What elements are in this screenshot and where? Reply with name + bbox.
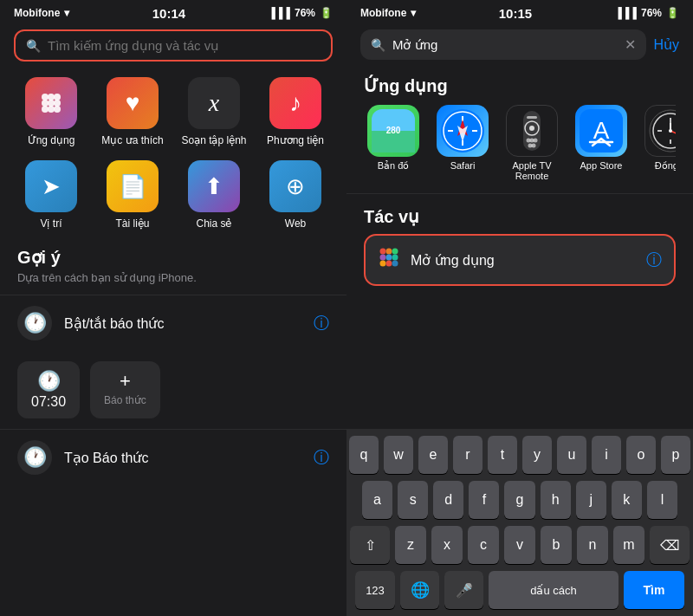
svg-point-51 xyxy=(380,261,386,267)
svg-point-47 xyxy=(392,249,398,255)
suggestion-create-alarm[interactable]: 🕐 Tạo Báo thức ⓘ xyxy=(0,429,346,485)
cancel-search-button[interactable]: Hủy xyxy=(653,36,679,53)
shortcut-apps[interactable]: Ứng dụng xyxy=(17,77,85,146)
shortcut-documents[interactable]: 📄 Tài liệu xyxy=(99,160,166,230)
svg-point-53 xyxy=(392,261,398,267)
key-globe[interactable]: 🌐 xyxy=(400,571,439,609)
key-d[interactable]: d xyxy=(433,481,463,519)
key-f[interactable]: f xyxy=(469,481,499,519)
media-icon: ♪ xyxy=(269,77,321,129)
create-alarm-label: Tạo Báo thức xyxy=(64,450,301,466)
key-m[interactable]: m xyxy=(613,526,644,564)
favorites-icon: ♥ xyxy=(107,77,159,129)
keyboard-row-4: 123 🌐 🎤 dấu cách Tìm xyxy=(350,571,690,613)
alarm-toggle-icon: 🕐 xyxy=(17,306,52,340)
app-tv-remote[interactable]: Apple TV Remote xyxy=(502,105,561,181)
suggestion-alarm-toggle[interactable]: 🕐 Bật/tắt báo thức ⓘ xyxy=(0,295,346,351)
alarm-toggle-info[interactable]: ⓘ xyxy=(314,313,329,334)
apps-icon xyxy=(25,77,77,129)
key-p[interactable]: p xyxy=(661,436,690,474)
search-input-right[interactable] xyxy=(392,37,618,52)
search-bar-container-left: 🔍 xyxy=(0,24,346,70)
key-z[interactable]: z xyxy=(395,526,426,564)
key-v[interactable]: v xyxy=(504,526,535,564)
key-q[interactable]: q xyxy=(349,436,379,474)
key-n[interactable]: n xyxy=(577,526,608,564)
key-b[interactable]: b xyxy=(541,526,572,564)
keyboard-row-3: ⇧ z x c v b n m ⌫ xyxy=(350,526,690,564)
clear-search-button[interactable]: ✕ xyxy=(625,36,636,53)
svg-point-48 xyxy=(380,255,386,261)
key-x[interactable]: x xyxy=(431,526,463,564)
web-icon: ⊕ xyxy=(269,160,321,212)
svg-point-3 xyxy=(42,100,49,107)
shortcut-apps-label: Ứng dụng xyxy=(28,134,75,146)
svg-point-7 xyxy=(48,106,55,113)
key-k[interactable]: k xyxy=(612,481,642,519)
status-bar-right: Mobifone ▾ 10:15 ▐▐▐ 76% 🔋 xyxy=(346,0,693,24)
status-right-left: ▐▐▐ 76% 🔋 xyxy=(268,7,333,19)
key-c[interactable]: c xyxy=(468,526,499,564)
shortcut-share[interactable]: ⬆ Chia sẻ xyxy=(180,160,248,230)
key-l[interactable]: l xyxy=(647,481,677,519)
suggestions-title: Gợi ý xyxy=(0,243,346,269)
key-g[interactable]: g xyxy=(504,481,534,519)
wifi-icon: ▾ xyxy=(64,7,69,19)
key-w[interactable]: w xyxy=(384,436,413,474)
key-r[interactable]: r xyxy=(453,436,483,474)
key-e[interactable]: e xyxy=(418,436,448,474)
svg-rect-23 xyxy=(527,116,537,119)
key-space[interactable]: dấu cách xyxy=(489,571,619,609)
svg-point-46 xyxy=(386,249,392,255)
search-icon-left: 🔍 xyxy=(26,39,41,53)
right-search-bar[interactable]: 🔍 ✕ xyxy=(360,29,646,60)
apps-section-title: Ứng dụng xyxy=(364,75,676,96)
shortcuts-icon: x xyxy=(188,77,240,129)
alarm-chip-time[interactable]: 🕐 07:30 xyxy=(17,361,80,418)
shortcut-web[interactable]: ⊕ Web xyxy=(262,160,329,230)
app-clock[interactable]: Đồng... xyxy=(641,105,676,181)
key-a[interactable]: a xyxy=(362,481,392,519)
key-h[interactable]: h xyxy=(541,481,571,519)
search-input-left[interactable] xyxy=(48,38,321,53)
search-bar-left[interactable]: 🔍 xyxy=(14,29,333,62)
keyboard: q w e r t y u i o p a s d f g h j k l ⇧ … xyxy=(346,429,693,616)
shortcut-location[interactable]: ➤ Vị trí xyxy=(17,160,85,230)
apps-section: Ứng dụng 280 Bản đồ xyxy=(346,68,693,185)
svg-point-5 xyxy=(54,100,61,107)
task-open-app[interactable]: Mở ứng dụng ⓘ xyxy=(364,234,676,286)
app-maps[interactable]: 280 Bản đồ xyxy=(364,105,423,181)
location-icon: ➤ xyxy=(25,160,77,212)
svg-point-30 xyxy=(532,144,536,148)
key-s[interactable]: s xyxy=(398,481,428,519)
battery-right: 76% xyxy=(641,7,662,19)
right-search-bar-container: 🔍 ✕ Hủy xyxy=(346,24,693,68)
app-safari[interactable]: Safari xyxy=(433,105,492,181)
svg-point-49 xyxy=(386,255,392,261)
key-microphone[interactable]: 🎤 xyxy=(444,571,483,609)
key-o[interactable]: o xyxy=(626,436,656,474)
svg-point-0 xyxy=(42,94,49,101)
task-open-app-info[interactable]: ⓘ xyxy=(646,250,662,270)
shortcut-web-label: Web xyxy=(285,217,306,230)
key-i[interactable]: i xyxy=(592,436,621,474)
shortcut-media[interactable]: ♪ Phương tiện xyxy=(262,77,329,146)
svg-point-4 xyxy=(48,100,55,107)
svg-point-44 xyxy=(669,129,672,133)
shortcut-favorites[interactable]: ♥ Mục ưa thích xyxy=(99,77,166,146)
create-alarm-info[interactable]: ⓘ xyxy=(314,447,329,468)
appstore-app-icon: A xyxy=(575,105,627,157)
key-j[interactable]: j xyxy=(576,481,606,519)
key-shift[interactable]: ⇧ xyxy=(350,526,390,564)
key-u[interactable]: u xyxy=(557,436,586,474)
key-search[interactable]: Tìm xyxy=(624,571,684,609)
key-delete[interactable]: ⌫ xyxy=(650,526,690,564)
alarm-chip-add[interactable]: + Báo thức xyxy=(90,361,160,418)
svg-point-25 xyxy=(529,126,534,131)
key-numbers[interactable]: 123 xyxy=(355,571,395,609)
shortcut-shortcuts[interactable]: x Soạn tập lệnh xyxy=(180,77,248,146)
key-y[interactable]: y xyxy=(522,436,552,474)
key-t[interactable]: t xyxy=(488,436,517,474)
app-icons-row: 280 Bản đồ xyxy=(364,105,676,181)
app-store[interactable]: A App Store xyxy=(572,105,631,181)
